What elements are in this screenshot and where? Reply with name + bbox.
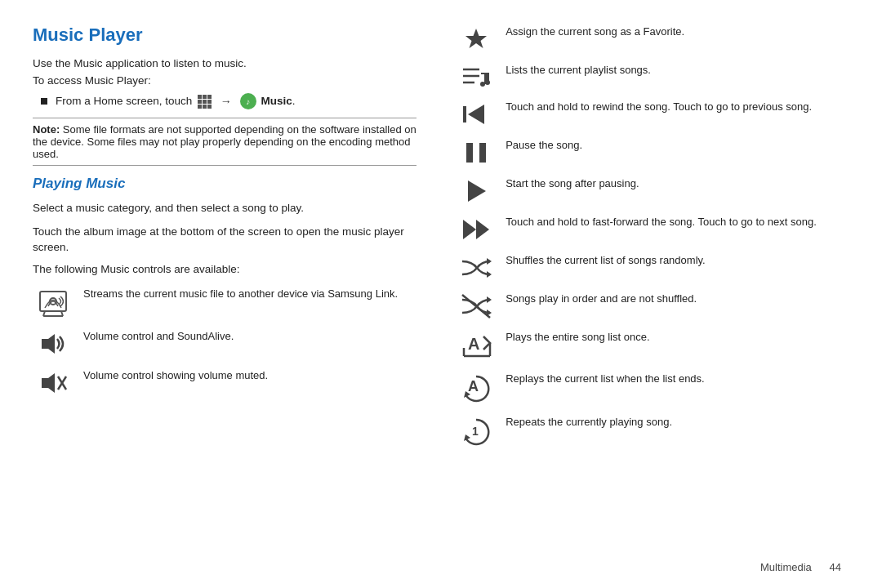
rewind-text: Touch and hold to rewind the song. Touch… — [506, 100, 849, 115]
pause-icon — [457, 140, 494, 166]
control-play: Start the song after pausing. — [457, 176, 849, 204]
control-volume: Volume control and SoundAlive. — [33, 329, 416, 357]
footer-label: Multimedia — [760, 561, 812, 573]
svg-rect-14 — [466, 143, 473, 163]
svg-text:A: A — [468, 378, 479, 394]
stream-icon — [33, 288, 74, 318]
mute-text: Volume control showing volume muted. — [83, 368, 416, 384]
bullet-text: From a Home screen, touch → ♪ Music. — [56, 93, 295, 109]
section-title: Playing Music — [33, 176, 416, 192]
svg-marker-20 — [487, 271, 492, 278]
repeatsong-text: Repeats the currently playing song. — [506, 415, 849, 430]
volume-icon — [33, 331, 74, 357]
favorite-icon — [457, 26, 494, 52]
svg-point-11 — [485, 80, 490, 85]
svg-marker-18 — [476, 220, 489, 239]
left-column: Music Player Use the Music application t… — [33, 24, 441, 572]
note-text: Some file formats are not supported depe… — [33, 123, 416, 160]
control-playonce: A Plays the entire song list once. — [457, 330, 849, 361]
shuffle-icon — [457, 255, 494, 281]
svg-point-10 — [480, 82, 485, 87]
body-text-2: Touch the album image at the bottom of t… — [33, 224, 416, 256]
right-column: Assign the current song as a Favorite. L… — [441, 24, 849, 572]
control-pause: Pause the song. — [457, 138, 849, 166]
fastforward-text: Touch and hold to fast-forward the song.… — [506, 215, 849, 230]
control-stream: Streams the current music file to anothe… — [33, 287, 416, 318]
arrow-icon: → — [220, 95, 232, 108]
control-favorite: Assign the current song as a Favorite. — [457, 24, 849, 52]
replaylist-icon: A — [457, 373, 494, 404]
playonce-text: Plays the entire song list once. — [506, 330, 849, 345]
svg-rect-15 — [479, 143, 486, 163]
noshuffle-text: Songs play in order and are not shuffled… — [506, 292, 849, 307]
page-footer: Multimedia 44 — [760, 561, 841, 573]
svg-marker-17 — [463, 220, 476, 239]
svg-marker-19 — [487, 258, 492, 265]
replaylist-text: Replays the current list when the list e… — [506, 372, 849, 387]
svg-marker-13 — [468, 105, 484, 124]
bullet-item: From a Home screen, touch → ♪ Music. — [41, 93, 416, 109]
page-title: Music Player — [33, 24, 416, 46]
control-shuffle: Shuffles the current list of songs rando… — [457, 253, 849, 281]
svg-text:A: A — [468, 335, 479, 353]
control-replaylist: A Replays the current list when the list… — [457, 372, 849, 404]
noshuffle-icon — [457, 293, 494, 319]
rewind-icon — [457, 101, 494, 127]
repeatsong-icon: 1 — [457, 416, 494, 448]
body-text-1: Select a music category, and then select… — [33, 200, 416, 216]
control-repeatsong: 1 Repeats the currently playing song. — [457, 415, 849, 448]
footer-page: 44 — [830, 561, 841, 573]
control-mute: Volume control showing volume muted. — [33, 368, 416, 396]
bullet-square-icon — [41, 98, 47, 105]
playlist-icon — [457, 65, 494, 89]
volume-text: Volume control and SoundAlive. — [83, 329, 416, 345]
control-rewind: Touch and hold to rewind the song. Touch… — [457, 100, 849, 127]
grid-icon — [198, 95, 212, 109]
favorite-text: Assign the current song as a Favorite. — [506, 24, 849, 40]
pause-text: Pause the song. — [506, 138, 849, 154]
shuffle-text: Shuffles the current list of songs rando… — [506, 253, 849, 269]
play-text: Start the song after pausing. — [506, 176, 849, 192]
music-app-icon: ♪ — [240, 93, 256, 109]
control-fastforward: Touch and hold to fast-forward the song.… — [457, 215, 849, 243]
fastforward-icon — [457, 216, 494, 243]
play-icon — [457, 178, 494, 204]
svg-marker-2 — [42, 334, 55, 354]
svg-text:1: 1 — [472, 425, 479, 438]
note-label: Note: — [33, 123, 60, 136]
note-box: Note: Some file formats are not supporte… — [33, 118, 416, 166]
svg-line-23 — [462, 295, 490, 318]
control-noshuffle: Songs play in order and are not shuffled… — [457, 292, 849, 319]
playonce-icon: A — [457, 332, 494, 361]
svg-marker-21 — [487, 296, 492, 303]
mute-icon — [33, 370, 74, 396]
stream-text: Streams the current music file to anothe… — [83, 287, 416, 302]
svg-marker-6 — [466, 29, 487, 48]
svg-rect-12 — [463, 106, 466, 122]
music-label: Music — [261, 95, 292, 107]
controls-label: The following Music controls are availab… — [33, 263, 416, 275]
control-playlist: Lists the current playlist songs. — [457, 63, 849, 89]
svg-marker-16 — [468, 180, 486, 202]
intro-text: Use the Music application to listen to m… — [33, 57, 416, 69]
access-text: To access Music Player: — [33, 74, 416, 87]
playlist-text: Lists the current playlist songs. — [506, 63, 849, 78]
svg-marker-3 — [42, 373, 55, 393]
